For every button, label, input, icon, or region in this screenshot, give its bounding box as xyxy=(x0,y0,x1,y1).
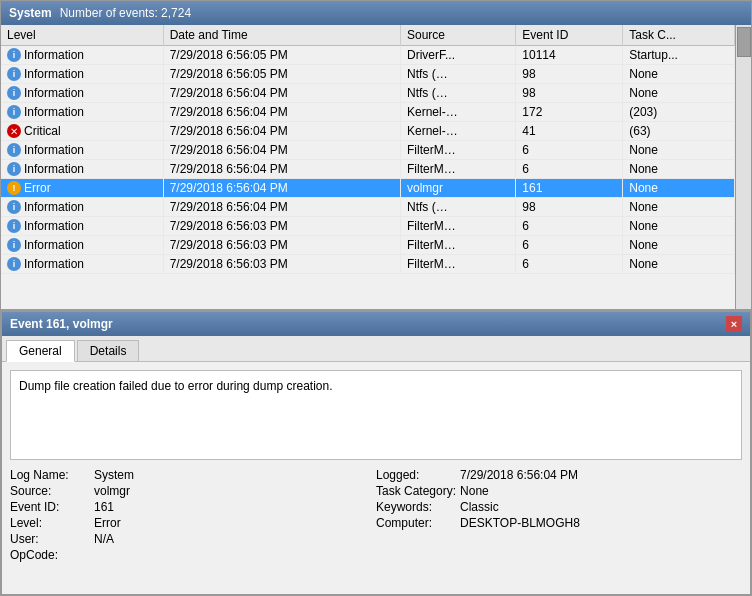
cell-datetime: 7/29/2018 6:56:04 PM xyxy=(163,179,400,198)
detail-title: Event 161, volmgr xyxy=(10,317,113,331)
info-value: 161 xyxy=(94,500,114,514)
info-grid: Log Name:SystemSource:volmgrEvent ID:161… xyxy=(10,468,742,562)
cell-source: FilterM… xyxy=(401,255,516,274)
info-value: 7/29/2018 6:56:04 PM xyxy=(460,468,578,482)
vertical-scrollbar[interactable] xyxy=(735,25,751,309)
close-button[interactable]: × xyxy=(726,316,742,332)
cell-task: None xyxy=(623,141,735,160)
cell-task: None xyxy=(623,179,735,198)
header-row: Level Date and Time Source Event ID Task… xyxy=(1,25,735,46)
info-value: DESKTOP-BLMOGH8 xyxy=(460,516,580,530)
cell-task: None xyxy=(623,198,735,217)
cell-source: Ntfs (… xyxy=(401,65,516,84)
col-task: Task C... xyxy=(623,25,735,46)
info-icon: i xyxy=(7,219,21,233)
cell-event_id: 98 xyxy=(516,84,623,103)
cell-task: None xyxy=(623,65,735,84)
tabs-bar: General Details xyxy=(2,336,750,362)
message-text: Dump file creation failed due to error d… xyxy=(19,379,333,393)
col-eventid: Event ID xyxy=(516,25,623,46)
cell-source: FilterM… xyxy=(401,236,516,255)
table-row[interactable]: !Error7/29/2018 6:56:04 PMvolmgr161None xyxy=(1,179,735,198)
detail-header: Event 161, volmgr × xyxy=(2,312,750,336)
table-row[interactable]: iInformation7/29/2018 6:56:04 PMNtfs (…9… xyxy=(1,84,735,103)
cell-source: volmgr xyxy=(401,179,516,198)
info-value: None xyxy=(460,484,489,498)
cell-task: None xyxy=(623,160,735,179)
info-label: Event ID: xyxy=(10,500,90,514)
level-text: Information xyxy=(24,219,84,233)
level-text: Error xyxy=(24,181,51,195)
tab-details[interactable]: Details xyxy=(77,340,140,361)
info-left: Log Name:SystemSource:volmgrEvent ID:161… xyxy=(10,468,376,562)
cell-datetime: 7/29/2018 6:56:04 PM xyxy=(163,160,400,179)
info-value: Error xyxy=(94,516,121,530)
error-icon: ! xyxy=(7,181,21,195)
info-value: volmgr xyxy=(94,484,130,498)
cell-datetime: 7/29/2018 6:56:04 PM xyxy=(163,84,400,103)
cell-event_id: 6 xyxy=(516,255,623,274)
info-icon: i xyxy=(7,48,21,62)
cell-datetime: 7/29/2018 6:56:04 PM xyxy=(163,141,400,160)
table-row[interactable]: iInformation7/29/2018 6:56:04 PMNtfs (…9… xyxy=(1,198,735,217)
cell-datetime: 7/29/2018 6:56:05 PM xyxy=(163,65,400,84)
info-row: Source:volmgr xyxy=(10,484,376,498)
table-row[interactable]: iInformation7/29/2018 6:56:05 PMNtfs (…9… xyxy=(1,65,735,84)
table-row[interactable]: iInformation7/29/2018 6:56:03 PMFilterM…… xyxy=(1,217,735,236)
cell-task: None xyxy=(623,236,735,255)
level-text: Information xyxy=(24,105,84,119)
info-label: OpCode: xyxy=(10,548,90,562)
cell-datetime: 7/29/2018 6:56:04 PM xyxy=(163,103,400,122)
table-row[interactable]: iInformation7/29/2018 6:56:04 PMFilterM…… xyxy=(1,160,735,179)
scrollbar-thumb[interactable] xyxy=(737,27,751,57)
cell-source: DriverF... xyxy=(401,46,516,65)
table-row[interactable]: iInformation7/29/2018 6:56:03 PMFilterM…… xyxy=(1,236,735,255)
tab-general[interactable]: General xyxy=(6,340,75,362)
info-row: OpCode: xyxy=(10,548,376,562)
info-row: Keywords:Classic xyxy=(376,500,742,514)
cell-task: Startup... xyxy=(623,46,735,65)
cell-event_id: 41 xyxy=(516,122,623,141)
cell-source: FilterM… xyxy=(401,141,516,160)
info-value: System xyxy=(94,468,134,482)
table-row[interactable]: iInformation7/29/2018 6:56:05 PMDriverF.… xyxy=(1,46,735,65)
info-icon: i xyxy=(7,143,21,157)
cell-event_id: 6 xyxy=(516,141,623,160)
table-row[interactable]: ✕Critical7/29/2018 6:56:04 PMKernel-…41(… xyxy=(1,122,735,141)
table-container: Level Date and Time Source Event ID Task… xyxy=(1,25,751,309)
cell-datetime: 7/29/2018 6:56:04 PM xyxy=(163,122,400,141)
col-datetime: Date and Time xyxy=(163,25,400,46)
cell-source: Kernel-… xyxy=(401,122,516,141)
table-header: Level Date and Time Source Event ID Task… xyxy=(1,25,735,46)
info-row: Log Name:System xyxy=(10,468,376,482)
level-text: Information xyxy=(24,257,84,271)
info-row: Logged:7/29/2018 6:56:04 PM xyxy=(376,468,742,482)
level-text: Information xyxy=(24,200,84,214)
table-row[interactable]: iInformation7/29/2018 6:56:04 PMFilterM…… xyxy=(1,141,735,160)
level-text: Information xyxy=(24,67,84,81)
cell-datetime: 7/29/2018 6:56:03 PM xyxy=(163,236,400,255)
level-text: Information xyxy=(24,48,84,62)
info-right: Logged:7/29/2018 6:56:04 PMTask Category… xyxy=(376,468,742,562)
info-icon: i xyxy=(7,67,21,81)
cell-datetime: 7/29/2018 6:56:03 PM xyxy=(163,217,400,236)
cell-datetime: 7/29/2018 6:56:05 PM xyxy=(163,46,400,65)
cell-source: Ntfs (… xyxy=(401,84,516,103)
table-scroll[interactable]: Level Date and Time Source Event ID Task… xyxy=(1,25,735,309)
level-text: Information xyxy=(24,238,84,252)
info-label: Log Name: xyxy=(10,468,90,482)
table-row[interactable]: iInformation7/29/2018 6:56:04 PMKernel-…… xyxy=(1,103,735,122)
panel-header: System Number of events: 2,724 xyxy=(1,1,751,25)
cell-event_id: 172 xyxy=(516,103,623,122)
cell-event_id: 6 xyxy=(516,217,623,236)
col-level: Level xyxy=(1,25,163,46)
detail-content: Dump file creation failed due to error d… xyxy=(2,362,750,594)
cell-task: None xyxy=(623,84,735,103)
table-row[interactable]: iInformation7/29/2018 6:56:03 PMFilterM…… xyxy=(1,255,735,274)
cell-task: (203) xyxy=(623,103,735,122)
cell-datetime: 7/29/2018 6:56:04 PM xyxy=(163,198,400,217)
event-table: Level Date and Time Source Event ID Task… xyxy=(1,25,735,274)
info-row: User:N/A xyxy=(10,532,376,546)
info-label: Task Category: xyxy=(376,484,456,498)
level-text: Information xyxy=(24,143,84,157)
